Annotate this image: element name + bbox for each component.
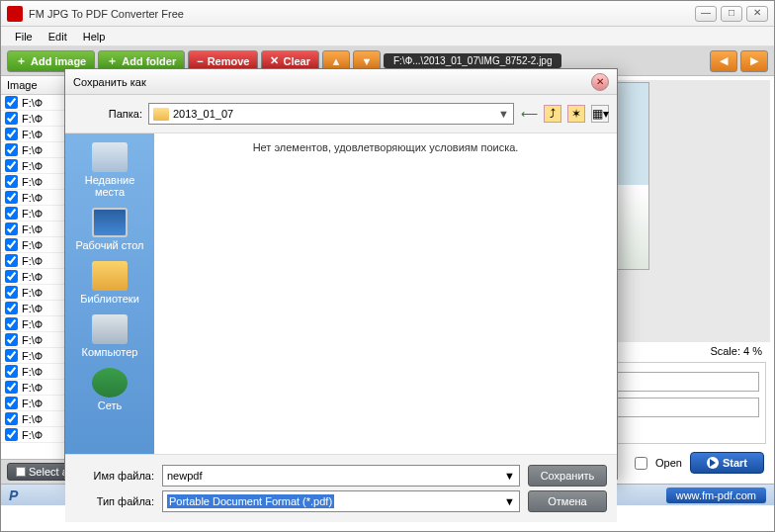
save-as-dialog: Сохранить как ✕ Папка: 2013_01_07 ▼ ⟵ ⤴ … — [64, 68, 618, 480]
row-checkbox[interactable] — [5, 222, 18, 235]
dialog-titlebar: Сохранить как ✕ — [65, 69, 617, 95]
view-menu-icon[interactable]: ▦▾ — [591, 105, 609, 123]
row-text: F:\Ф — [22, 350, 43, 362]
folder-value: 2013_01_07 — [173, 108, 233, 120]
filetype-combo[interactable]: Portable Document Format (*.pdf)▼ — [162, 490, 520, 512]
row-text: F:\Ф — [22, 239, 43, 251]
up-folder-icon[interactable]: ⤴ — [544, 105, 561, 123]
row-checkbox[interactable] — [5, 112, 18, 125]
check-icon — [16, 467, 26, 477]
row-text: F:\Ф — [22, 413, 43, 425]
row-checkbox[interactable] — [5, 143, 18, 156]
row-text: F:\Ф — [22, 113, 43, 125]
row-checkbox[interactable] — [5, 286, 18, 299]
prev-image-button[interactable]: ◀ — [710, 50, 737, 72]
minimize-button[interactable]: — — [695, 6, 717, 22]
row-text: F:\Ф — [22, 318, 43, 330]
row-text: F:\Ф — [22, 287, 43, 299]
next-image-button[interactable]: ▶ — [740, 50, 768, 72]
filetype-label: Тип файла: — [75, 495, 154, 507]
chevron-down-icon: ▼ — [498, 108, 509, 120]
play-icon — [707, 457, 719, 469]
folder-icon — [153, 108, 169, 121]
row-checkbox[interactable] — [5, 238, 18, 251]
minus-icon: − — [197, 55, 203, 67]
row-text: F:\Ф — [22, 192, 43, 204]
row-checkbox[interactable] — [5, 207, 18, 220]
row-text: F:\Ф — [22, 303, 43, 314]
maximize-button[interactable]: □ — [721, 6, 742, 22]
row-text: F:\Ф — [22, 223, 43, 235]
place-network[interactable]: Сеть — [70, 365, 149, 414]
row-text: F:\Ф — [22, 334, 43, 346]
recent-icon — [92, 142, 128, 172]
chevron-down-icon: ▼ — [504, 495, 515, 507]
dialog-folder-row: Папка: 2013_01_07 ▼ ⟵ ⤴ ✶ ▦▾ — [65, 95, 617, 133]
website-link[interactable]: www.fm-pdf.com — [666, 488, 766, 503]
menu-help[interactable]: Help — [75, 29, 114, 44]
place-recent[interactable]: Недавние места — [70, 139, 149, 201]
folder-label: Папка: — [73, 108, 142, 120]
row-checkbox[interactable] — [5, 96, 18, 109]
folder-plus-icon: ＋ — [107, 53, 118, 68]
row-checkbox[interactable] — [5, 428, 18, 441]
plus-icon: ＋ — [16, 53, 27, 68]
places-bar: Недавние места Рабочий стол Библиотеки К… — [65, 133, 154, 454]
dialog-close-button[interactable]: ✕ — [591, 73, 609, 91]
window-title: FM JPG To PDF Converter Free — [29, 8, 691, 20]
row-text: F:\Ф — [22, 160, 43, 172]
open-after-checkbox[interactable] — [635, 457, 647, 470]
current-file-badge: F:\Ф...\2013_01_07\IMG_8752-2.jpg — [384, 53, 561, 68]
place-desktop[interactable]: Рабочий стол — [70, 205, 149, 254]
filename-label: Имя файла: — [75, 470, 154, 482]
cancel-button[interactable]: Отмена — [528, 490, 607, 512]
paypal-icon[interactable]: P — [9, 488, 18, 503]
row-checkbox[interactable] — [5, 302, 18, 314]
dialog-bottom: Имя файла: newpdf▼ Сохранить Тип файла: … — [65, 454, 617, 522]
row-checkbox[interactable] — [5, 412, 18, 425]
row-checkbox[interactable] — [5, 128, 18, 140]
row-checkbox[interactable] — [5, 254, 18, 267]
row-checkbox[interactable] — [5, 270, 18, 283]
row-checkbox[interactable] — [5, 175, 18, 188]
row-checkbox[interactable] — [5, 333, 18, 346]
back-icon[interactable]: ⟵ — [520, 105, 538, 123]
row-text: F:\Ф — [22, 176, 43, 188]
row-text: F:\Ф — [22, 382, 43, 394]
row-text: F:\Ф — [22, 255, 43, 267]
row-checkbox[interactable] — [5, 397, 18, 409]
row-checkbox[interactable] — [5, 317, 18, 330]
dialog-file-area[interactable]: Нет элементов, удовлетворяющих условиям … — [154, 133, 617, 454]
app-icon — [7, 6, 23, 22]
start-button[interactable]: Start — [690, 452, 764, 474]
place-computer[interactable]: Компьютер — [70, 311, 149, 361]
row-checkbox[interactable] — [5, 191, 18, 204]
row-text: F:\Ф — [22, 144, 43, 156]
empty-message: Нет элементов, удовлетворяющих условиям … — [154, 133, 617, 454]
filename-input[interactable]: newpdf▼ — [162, 465, 520, 487]
menu-edit[interactable]: Edit — [41, 29, 75, 44]
row-text: F:\Ф — [22, 97, 43, 109]
row-text: F:\Ф — [22, 129, 43, 140]
new-folder-icon[interactable]: ✶ — [567, 105, 585, 123]
computer-icon — [92, 314, 128, 344]
row-text: F:\Ф — [22, 429, 43, 441]
x-icon: ✕ — [270, 54, 279, 67]
title-bar: FM JPG To PDF Converter Free — □ ✕ — [1, 1, 774, 27]
row-text: F:\Ф — [22, 208, 43, 220]
row-checkbox[interactable] — [5, 381, 18, 394]
network-icon — [92, 368, 128, 398]
row-checkbox[interactable] — [5, 349, 18, 362]
menu-file[interactable]: File — [7, 29, 41, 44]
menu-bar: File Edit Help — [1, 27, 774, 46]
close-button[interactable]: ✕ — [746, 6, 768, 22]
row-checkbox[interactable] — [5, 159, 18, 172]
folder-combo[interactable]: 2013_01_07 ▼ — [148, 103, 514, 125]
save-button[interactable]: Сохранить — [528, 465, 607, 487]
row-text: F:\Ф — [22, 398, 43, 409]
dialog-title: Сохранить как — [73, 76, 591, 88]
libraries-icon — [92, 261, 128, 291]
place-libraries[interactable]: Библиотеки — [70, 258, 149, 308]
row-text: F:\Ф — [22, 271, 43, 283]
row-checkbox[interactable] — [5, 365, 18, 378]
